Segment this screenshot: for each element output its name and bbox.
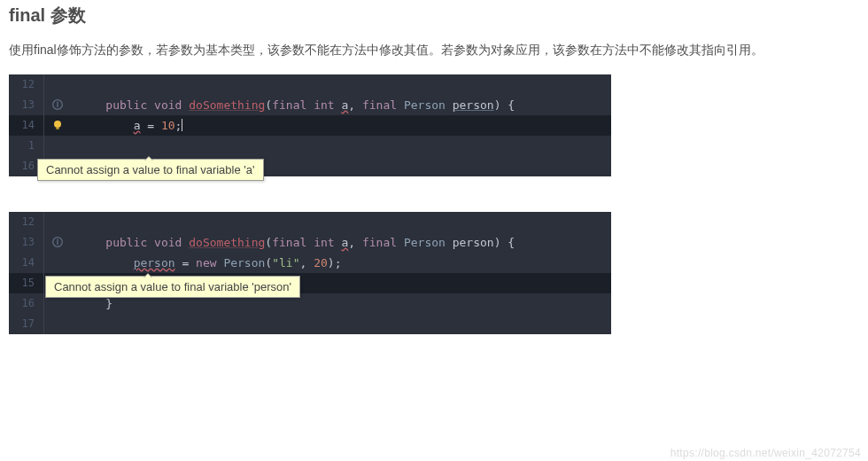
gutter-icons [44,136,71,156]
code-row: 13 public void doSomething(final int a, … [9,95,611,115]
token-type: Person [223,256,265,270]
gutter-icons [44,95,71,115]
gutter-icons [44,232,71,253]
token-punct: , [348,98,362,112]
token-keyword: new [196,256,223,270]
token-punct: ; [175,119,182,132]
error-tooltip: Cannot assign a value to final variable … [45,276,300,298]
code-cell [71,314,611,334]
gutter-icons [44,212,71,232]
token-string: "li" [272,256,299,270]
code-cell: public void doSomething(final int a, fin… [71,95,611,115]
token-punct: ) { [494,236,515,249]
line-number: 13 [9,95,44,115]
token-param: person [453,98,494,112]
token-error: person [134,256,175,270]
svg-rect-2 [56,128,58,129]
token-punct: , [348,236,362,249]
token-type: int [314,98,341,112]
cursor-icon [182,119,182,131]
token-keyword: void [154,98,189,112]
token-method-name: doSomething [189,98,265,112]
token-punct: ( [265,236,272,249]
error-tooltip: Cannot assign a value to final variable … [37,159,264,181]
token-method-name: doSomething [189,236,265,249]
code-cell [71,74,611,95]
line-number: 14 [9,253,44,273]
section-paragraph: 使用final修饰方法的参数，若参数为基本类型，该参数不能在方法中修改其值。若参… [9,38,859,62]
token-keyword: void [154,236,189,249]
token-op: = [140,119,160,132]
gutter-icons [44,115,71,136]
code-row: 12 [9,74,611,95]
token-keyword: final [272,236,314,249]
token-keyword: final [362,236,404,249]
lightbulb-icon[interactable] [51,119,64,131]
line-number: 14 [9,115,44,136]
line-number: 1 [9,136,44,156]
code-row: 17 [9,314,611,334]
line-number: 15 [9,273,44,293]
token-punct: ) { [494,98,515,112]
token-number: 10 [161,119,175,132]
token-type: int [314,236,341,249]
code-cell: a = 10; [71,115,611,136]
code-row: 13 public void doSomething(final int a, … [9,232,611,253]
line-number: 12 [9,212,44,232]
code-row: 14 person = new Person("li", 20); [9,253,611,273]
watermark-text: https://blog.csdn.net/weixin_42072754 [670,447,861,459]
section-heading: final 参数 [9,4,868,27]
code-block-2: 12 13 public void doSomething(final int … [9,212,611,334]
code-row: 12 [9,212,611,232]
token-punct: ( [265,256,272,270]
line-number: 13 [9,232,44,253]
code-cell: public void doSomething(final int a, fin… [71,232,611,253]
code-block-1: 12 13 public void doSomething(final int … [9,74,611,176]
code-row: 1 [9,136,611,156]
method-gutter-icon[interactable] [51,98,64,111]
token-param: person [453,236,494,249]
token-keyword: public [105,98,154,112]
token-type: Person [404,236,453,249]
line-number: 17 [9,314,44,334]
gutter-icons [44,253,71,273]
token-punct: , [300,256,314,270]
token-op: = [175,256,196,270]
line-number: 16 [9,293,44,314]
code-cell [71,212,611,232]
code-row-highlighted: 14 a = 10; [9,115,611,136]
token-keyword: public [105,236,154,249]
token-keyword: final [362,98,404,112]
gutter-icons [44,314,71,334]
svg-point-1 [54,121,61,128]
method-gutter-icon[interactable] [51,236,64,248]
gutter-icons [44,74,71,95]
token-punct: ); [328,256,342,270]
token-number: 20 [314,256,328,270]
token-type: Person [404,98,453,112]
token-keyword: final [272,98,314,112]
token-punct: ( [265,98,272,112]
line-number: 12 [9,74,44,95]
